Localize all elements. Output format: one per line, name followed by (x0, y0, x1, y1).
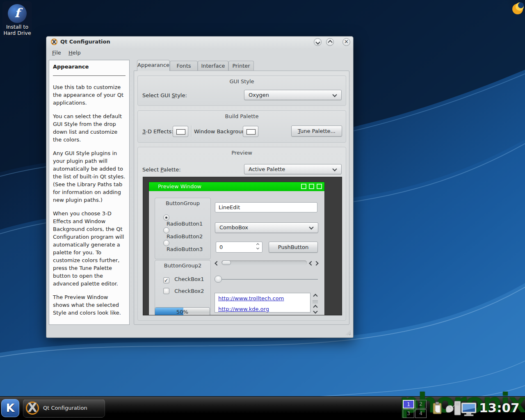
klipper-tray-icon[interactable] (432, 402, 443, 416)
fedora-logo-icon: f (8, 4, 27, 23)
preview-combobox[interactable]: ComboBox (215, 222, 318, 233)
plasma-cashew[interactable] (506, 0, 525, 19)
device-notifier-tray-icon[interactable] (454, 399, 477, 419)
button-group-1-title: ButtonGroup (155, 200, 210, 206)
close-icon: ✕ (344, 39, 349, 45)
pager-desktop-3[interactable]: 3 (403, 409, 414, 418)
checkbox-1[interactable]: ✓ CheckBox1 (163, 276, 204, 283)
link-textbox[interactable]: http://www.trolltech.com http://www.kde.… (215, 293, 310, 313)
button-group-2-title: ButtonGroup2 (155, 262, 210, 269)
select-gui-style-label: Select GUI Style: (142, 92, 187, 98)
titlebar[interactable]: X Qt Configuration ✕ (46, 37, 353, 47)
close-button[interactable]: ✕ (342, 38, 350, 46)
preview-window-title: Preview Window (158, 183, 201, 189)
taskbar-clock[interactable]: 13:07 (479, 400, 520, 415)
palette-combobox[interactable]: Active Palette (244, 164, 342, 174)
clipboard-icon (432, 402, 443, 415)
install-to-hard-drive-icon[interactable]: f Install to Hard Drive (2, 1, 32, 38)
pager-desktop-1[interactable]: 1 (403, 400, 414, 409)
gui-style-group-title: GUI Style (138, 78, 346, 84)
appearance-tab-panel: GUI Style Select GUI Style: Oxygen Build… (134, 71, 349, 325)
tab-interface[interactable]: Interface (198, 61, 228, 71)
hscrollbar-track[interactable] (221, 260, 307, 265)
preview-combobox-value: ComboBox (219, 224, 248, 231)
task-label: Qt Configuration (43, 405, 87, 411)
chevron-down-icon (315, 40, 320, 44)
radio-button-1[interactable]: RadioButton1 (163, 215, 210, 222)
3d-effects-color-button[interactable] (173, 126, 188, 137)
qt-app-icon: X (51, 39, 57, 45)
install-icon-label-line1: Install to (2, 24, 32, 30)
slider-thumb[interactable] (215, 276, 222, 283)
scroll-right-icon[interactable] (314, 261, 318, 265)
checkbox-icon (163, 288, 169, 294)
spinbox[interactable]: 0 (216, 242, 262, 253)
slider-groove[interactable] (219, 279, 318, 280)
3d-effects-label: 3-D Effects: (142, 128, 173, 135)
sidebar-heading: Appearance (53, 64, 126, 70)
spin-up-icon (256, 243, 259, 246)
button-group-1: ButtonGroup RadioButton1 RadioButton2 (155, 198, 211, 259)
trolltech-link[interactable]: http://www.trolltech.com (218, 295, 307, 301)
taskbar-item-qt-configuration[interactable]: X Qt Configuration (23, 399, 105, 418)
tune-palette-button[interactable]: Tune Palette... (291, 126, 342, 137)
menu-help[interactable]: Help (66, 49, 83, 57)
scroll-left-icon[interactable] (309, 261, 313, 265)
pager-desktop-2[interactable]: 2 (415, 400, 427, 409)
maximize-button[interactable] (326, 38, 334, 46)
kde-link[interactable]: http://www.kde.org (218, 306, 307, 312)
cashew-icon (506, 0, 525, 19)
build-palette-group-title: Build Palette (138, 113, 346, 119)
qt-configuration-window: X Qt Configuration ✕ File Help Appearanc… (46, 36, 354, 338)
tab-printer[interactable]: Printer (228, 61, 254, 71)
radio-button-3[interactable]: RadioButton3 (163, 240, 210, 247)
scroll-left-icon[interactable] (215, 261, 219, 265)
desktop-pager: 1 2 3 4 (403, 400, 428, 419)
line-edit-input[interactable] (215, 202, 317, 212)
spinbox-arrows[interactable] (257, 244, 259, 249)
chevron-up-icon (328, 40, 332, 44)
menubar: File Help (46, 48, 353, 58)
shade-button[interactable] (314, 38, 322, 46)
preview-area: Preview Window ButtonGroup RadioButton1 (143, 177, 342, 315)
checkbox-checked-icon: ✓ (163, 277, 169, 283)
sidebar-paragraph: Use this tab to customize the appearance… (53, 83, 126, 107)
kde-menu-button[interactable]: K (1, 399, 19, 417)
preview-minimize-button[interactable] (301, 184, 306, 189)
chevron-down-icon (332, 92, 337, 97)
resize-grip[interactable] (346, 330, 351, 335)
chevron-down-icon (309, 225, 313, 229)
sidebar-paragraph: When you choose 3-D Effects and Window B… (53, 210, 126, 288)
sidebar-divider (53, 75, 126, 76)
spin-down-icon (256, 247, 259, 249)
radio-icon (163, 240, 169, 246)
scroll-down-icon[interactable] (313, 309, 317, 313)
progress-label: 50% (155, 309, 210, 315)
sidebar-paragraph: The Preview Window shows what the select… (53, 293, 126, 317)
palette-combobox-value: Active Palette (249, 166, 285, 172)
tab-appearance[interactable]: Appearance (137, 60, 170, 71)
sidebar-paragraph: Any GUI Style plugins in your plugin pat… (53, 149, 126, 204)
vscrollbar-thumb[interactable] (313, 300, 318, 304)
hscrollbar-thumb[interactable] (222, 260, 231, 265)
separator (191, 126, 192, 137)
color-swatch-icon (176, 129, 185, 135)
push-button[interactable]: PushButton (269, 242, 318, 253)
gui-style-group: GUI Style Select GUI Style: Oxygen (137, 75, 346, 106)
menu-file[interactable]: File (50, 49, 64, 57)
gui-style-combobox[interactable]: Oxygen (244, 90, 342, 100)
tab-fonts[interactable]: Fonts (170, 61, 198, 71)
computer-monitor-icon (454, 399, 477, 418)
select-palette-label: Select Palette: (142, 167, 181, 173)
window-background-color-button[interactable] (243, 126, 258, 137)
preview-window: Preview Window ButtonGroup RadioButton1 (149, 182, 324, 315)
help-sidebar: Appearance Use this tab to customize the… (49, 60, 130, 325)
preview-maximize-button[interactable] (309, 184, 314, 189)
preview-close-button[interactable] (317, 184, 322, 189)
radio-button-2[interactable]: RadioButton2 (163, 227, 210, 235)
chevron-down-icon (332, 167, 337, 171)
checkbox-2[interactable]: CheckBox2 (163, 288, 204, 295)
scroll-up-icon[interactable] (313, 294, 317, 298)
kde-logo-icon: K (6, 402, 15, 414)
pager-desktop-4[interactable]: 4 (415, 409, 427, 418)
